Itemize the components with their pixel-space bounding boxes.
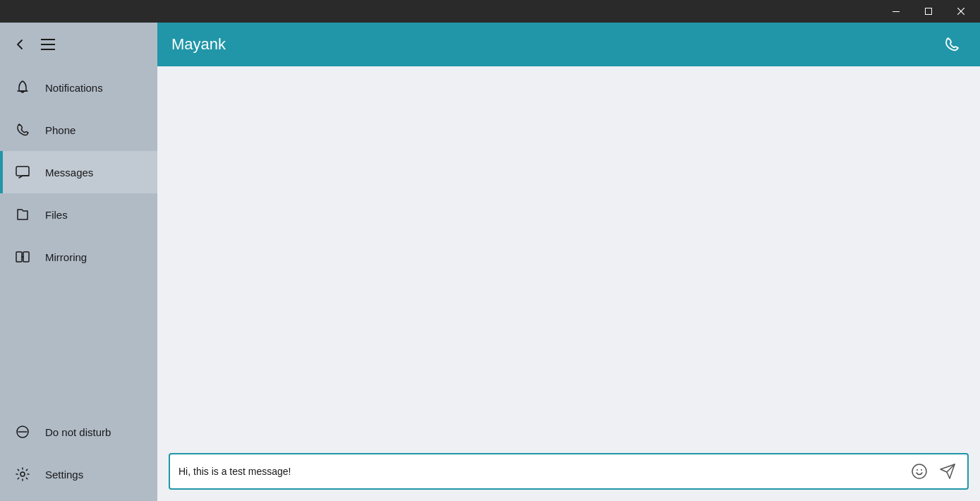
mirroring-icon	[14, 248, 31, 265]
svg-point-12	[20, 472, 25, 476]
files-icon	[14, 206, 31, 223]
sidebar-bottom: Do not disturb Settings	[0, 411, 157, 501]
svg-rect-5	[41, 44, 55, 45]
messages-label: Messages	[45, 167, 93, 179]
close-button[interactable]	[945, 0, 977, 23]
phone-icon	[14, 121, 31, 138]
sidebar-item-mirroring[interactable]: Mirroring	[0, 236, 157, 278]
chat-title: Mayank	[171, 35, 226, 54]
svg-rect-7	[16, 167, 29, 176]
app-container: Notifications Phone M	[0, 23, 980, 501]
sidebar: Notifications Phone M	[0, 23, 157, 501]
emoji-button[interactable]	[908, 460, 931, 483]
svg-point-13	[912, 464, 926, 478]
svg-rect-8	[16, 252, 22, 262]
dnd-label: Do not disturb	[45, 426, 111, 438]
message-input-container	[157, 445, 980, 501]
sidebar-item-messages[interactable]: Messages	[0, 151, 157, 193]
hamburger-menu[interactable]	[40, 36, 56, 53]
sidebar-item-notifications[interactable]: Notifications	[0, 66, 157, 109]
svg-rect-1	[926, 8, 932, 15]
sidebar-item-settings[interactable]: Settings	[0, 453, 157, 495]
bell-icon	[14, 79, 31, 96]
sidebar-item-files[interactable]: Files	[0, 193, 157, 236]
sidebar-nav: Notifications Phone M	[0, 66, 157, 411]
sidebar-top	[0, 23, 157, 66]
sidebar-item-phone[interactable]: Phone	[0, 109, 157, 151]
send-button[interactable]	[936, 460, 959, 483]
svg-rect-6	[41, 49, 55, 50]
mirroring-label: Mirroring	[45, 251, 87, 263]
notifications-label: Notifications	[45, 82, 103, 94]
files-label: Files	[45, 209, 68, 221]
call-button[interactable]	[938, 30, 966, 59]
svg-rect-0	[893, 11, 900, 12]
maximize-button[interactable]	[912, 0, 945, 23]
dnd-icon	[14, 423, 31, 440]
settings-icon	[14, 466, 31, 483]
svg-rect-4	[41, 39, 55, 40]
svg-rect-9	[23, 252, 29, 262]
title-bar	[0, 0, 980, 23]
settings-label: Settings	[45, 469, 83, 481]
message-input[interactable]	[179, 466, 902, 477]
chat-area	[157, 66, 980, 445]
main-content: Mayank	[157, 23, 980, 501]
svg-point-15	[921, 469, 922, 471]
phone-label: Phone	[45, 124, 75, 136]
minimize-button[interactable]	[880, 0, 912, 23]
message-input-wrapper	[169, 453, 969, 490]
back-button[interactable]	[11, 36, 28, 53]
messages-icon	[14, 164, 31, 181]
sidebar-item-do-not-disturb[interactable]: Do not disturb	[0, 411, 157, 453]
chat-header: Mayank	[157, 23, 980, 66]
svg-point-14	[917, 469, 918, 471]
